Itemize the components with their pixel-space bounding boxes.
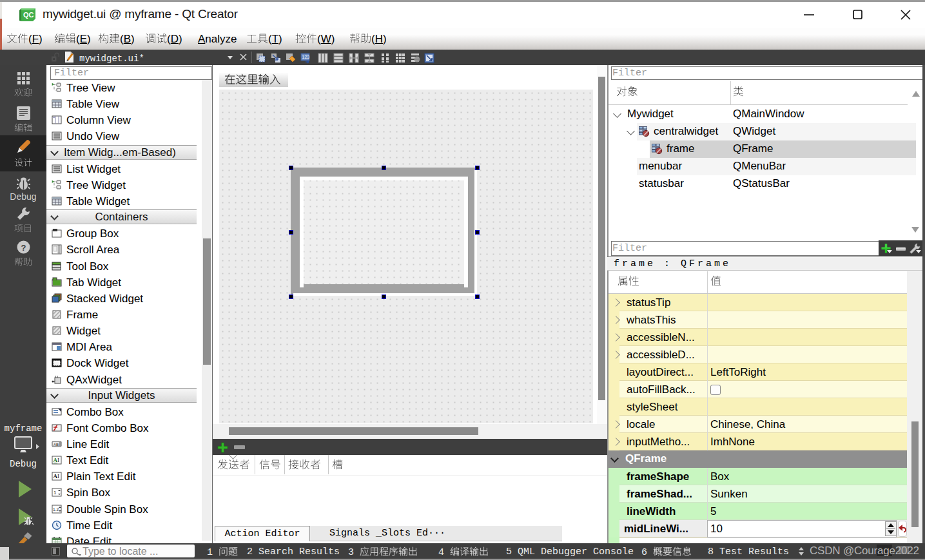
svg-text:QC: QC	[23, 11, 34, 19]
svg-text:1: 1	[54, 490, 57, 496]
svg-text:I: I	[57, 473, 59, 479]
svg-text:1.2: 1.2	[53, 507, 59, 512]
svg-text:123: 123	[302, 55, 310, 59]
svg-text:I: I	[57, 457, 59, 463]
svg-text:?: ?	[21, 243, 26, 253]
svg-text:AB: AB	[54, 443, 59, 447]
